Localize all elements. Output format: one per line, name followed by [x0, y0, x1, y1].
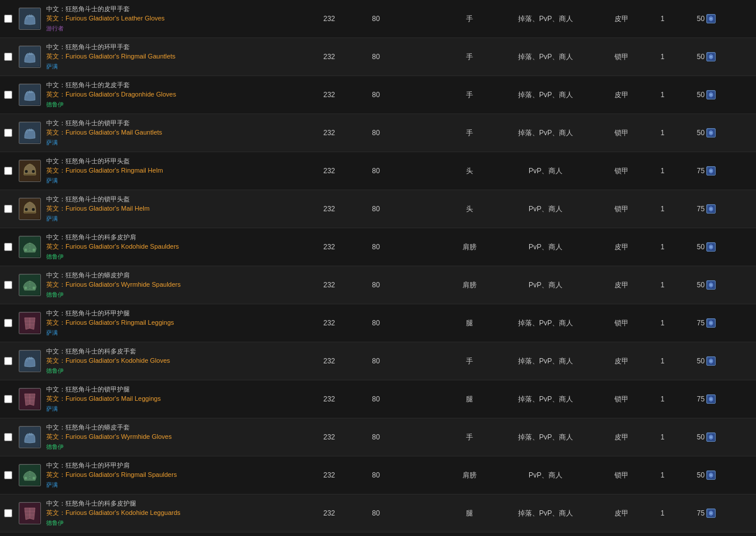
checkbox-cell [0, 91, 16, 99]
item-name-cell: 中文：狂怒角斗士的科多皮手套 英文：Furious Gladiator's Ko… [43, 346, 306, 376]
row-checkbox[interactable] [4, 395, 12, 403]
row-checkbox[interactable] [4, 319, 12, 327]
currency-icon [706, 166, 716, 176]
item-name-en: 英文：Furious Gladiator's Wyrmhide Gloves [46, 432, 302, 441]
item-slot: 手 [446, 90, 493, 100]
item-icon [19, 350, 41, 372]
svg-point-29 [33, 287, 35, 289]
item-icon [19, 502, 41, 524]
item-level: 80 [353, 243, 399, 251]
svg-point-13 [25, 170, 28, 173]
item-count: 1 [645, 471, 680, 479]
item-num: 232 [306, 91, 353, 99]
item-name-en: 英文：Furious Gladiator's Ringmail Gauntlet… [46, 52, 302, 61]
svg-point-11 [710, 132, 712, 134]
item-cost: 75 [680, 166, 733, 176]
item-slot: 腿 [446, 508, 493, 518]
item-count: 1 [645, 357, 680, 365]
item-slot: 手 [446, 432, 493, 442]
table-row: 中文：狂怒角斗士的锁甲头盔 英文：Furious Gladiator's Mai… [0, 190, 756, 228]
row-checkbox[interactable] [4, 433, 12, 441]
item-type: 锁甲 [598, 204, 645, 214]
item-icon [19, 464, 41, 486]
row-checkbox[interactable] [4, 15, 12, 23]
row-checkbox[interactable] [4, 243, 12, 251]
item-num: 232 [306, 395, 353, 403]
row-checkbox[interactable] [4, 509, 12, 517]
table-row: 中文：狂怒角斗士的蟒皮手套 英文：Furious Gladiator's Wyr… [0, 418, 756, 456]
item-icon [19, 46, 41, 68]
row-checkbox[interactable] [4, 53, 12, 61]
row-checkbox[interactable] [4, 471, 12, 479]
svg-point-34 [710, 322, 712, 324]
item-name-cell: 中文：狂怒角斗士的锁甲护腿 英文：Furious Gladiator's Mai… [43, 384, 306, 414]
item-icon-cell [16, 502, 43, 524]
svg-point-51 [710, 513, 712, 514]
currency-icon [706, 128, 716, 138]
row-checkbox[interactable] [4, 281, 12, 289]
item-tag: 德鲁伊 [46, 291, 64, 299]
item-level: 80 [353, 319, 399, 327]
item-count: 1 [645, 205, 680, 213]
item-icon [19, 160, 41, 182]
item-type: 皮甲 [598, 90, 645, 100]
checkbox-cell [0, 357, 16, 365]
item-source: PvP、商人 [493, 470, 598, 480]
item-name-cn: 中文：狂怒角斗士的蟒皮手套 [46, 423, 302, 432]
checkbox-cell [0, 319, 16, 327]
item-level: 80 [353, 471, 399, 479]
item-source: PvP、商人 [493, 280, 598, 290]
row-checkbox[interactable] [4, 91, 12, 99]
item-tag: 萨满 [46, 405, 58, 413]
item-type: 皮甲 [598, 242, 645, 252]
item-slot: 手 [446, 52, 493, 62]
item-level: 80 [353, 281, 399, 289]
currency-icon [706, 14, 716, 23]
item-name-en: 英文：Furious Gladiator's Ringmail Helm [46, 166, 302, 175]
item-icon [19, 312, 41, 334]
item-table: 中文：狂怒角斗士的皮甲手套 英文：Furious Gladiator's Lea… [0, 0, 756, 536]
table-row: 中文：狂怒角斗士的蟒皮护肩 英文：Furious Gladiator's Wyr… [0, 266, 756, 304]
checkbox-cell [0, 395, 16, 403]
item-type: 皮甲 [598, 280, 645, 290]
item-name-en: 英文：Furious Gladiator's Mail Leggings [46, 394, 302, 403]
item-slot: 肩膀 [446, 242, 493, 252]
cost-value: 75 [697, 395, 705, 403]
item-icon-cell [16, 46, 43, 68]
svg-point-18 [25, 208, 28, 211]
item-tag: 游行者 [46, 25, 64, 33]
svg-point-37 [710, 360, 712, 362]
row-checkbox[interactable] [4, 205, 12, 213]
item-num: 232 [306, 357, 353, 365]
item-name-cn: 中文：狂怒角斗士的科多皮手套 [46, 347, 302, 356]
item-count: 1 [645, 395, 680, 403]
item-icon [19, 388, 41, 410]
item-slot: 腿 [446, 394, 493, 404]
checkbox-cell [0, 53, 16, 61]
item-icon [19, 198, 41, 220]
item-name-cell: 中文：狂怒角斗士的环甲护肩 英文：Furious Gladiator's Rin… [43, 460, 306, 490]
item-type: 皮甲 [598, 432, 645, 442]
item-type: 锁甲 [598, 394, 645, 404]
item-num: 232 [306, 129, 353, 137]
table-row: 中文：狂怒角斗士的皮甲手套 英文：Furious Gladiator's Lea… [0, 0, 756, 38]
table-row: 中文：狂怒角斗士的科多皮护肩 英文：Furious Gladiator's Ko… [0, 228, 756, 266]
item-count: 1 [645, 243, 680, 251]
item-source: PvP、商人 [493, 166, 598, 176]
currency-icon [706, 90, 716, 99]
currency-icon [706, 52, 716, 61]
svg-point-19 [32, 208, 35, 211]
row-checkbox[interactable] [4, 167, 12, 175]
item-icon [19, 426, 41, 448]
svg-point-31 [710, 284, 712, 286]
item-name-cell: 中文：狂怒角斗士的环甲护腿 英文：Furious Gladiator's Rin… [43, 308, 306, 338]
row-checkbox[interactable] [4, 357, 12, 365]
row-checkbox[interactable] [4, 129, 12, 137]
svg-point-48 [710, 475, 712, 476]
item-count: 1 [645, 91, 680, 99]
item-name-cn: 中文：狂怒角斗士的蟒皮护肩 [46, 271, 302, 280]
item-type: 锁甲 [598, 166, 645, 176]
item-source: 掉落、PvP、商人 [493, 52, 598, 62]
item-name-cell: 中文：狂怒角斗士的科多皮护肩 英文：Furious Gladiator's Ko… [43, 232, 306, 262]
item-name-cell: 中文：狂怒角斗士的皮甲手套 英文：Furious Gladiator's Lea… [43, 4, 306, 34]
